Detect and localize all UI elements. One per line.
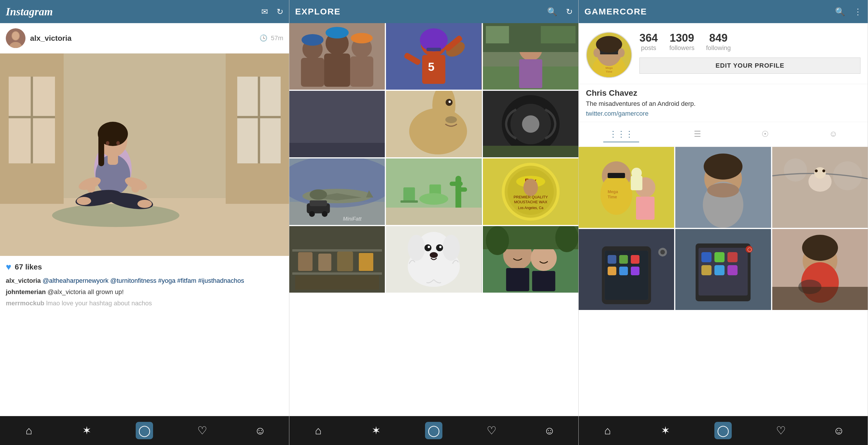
avatar-image xyxy=(6,28,26,48)
explore-nav-icon-2[interactable]: ✶ xyxy=(368,422,385,439)
post-image[interactable] xyxy=(0,54,289,256)
svg-point-173 xyxy=(784,158,807,182)
explore-cell-1[interactable] xyxy=(289,23,385,90)
svg-rect-55 xyxy=(486,26,509,43)
post-header: alx_victoria 🕓 57m xyxy=(0,23,289,54)
tab-grid[interactable]: ⋮⋮⋮ xyxy=(603,126,639,142)
profile-cell-4[interactable] xyxy=(579,229,674,310)
svg-point-165 xyxy=(631,168,642,178)
camera-nav-icon-2[interactable]: ◯ xyxy=(425,422,442,439)
tab-tagged[interactable]: ☺ xyxy=(824,126,843,142)
svg-rect-183 xyxy=(619,255,628,264)
svg-rect-93 xyxy=(403,187,415,202)
panel-explore: EXPLORE 🔍 ↻ xyxy=(289,0,579,445)
profile-stats: 364 posts 1309 followers 849 following xyxy=(640,32,861,52)
svg-rect-120 xyxy=(359,253,373,271)
svg-text:Mega: Mega xyxy=(606,66,613,69)
profile-cell-5[interactable]: ◯ xyxy=(675,229,771,310)
explore-cell-4[interactable] xyxy=(289,91,385,157)
svg-point-153 xyxy=(593,48,600,57)
svg-rect-30 xyxy=(107,153,118,165)
tab-list[interactable]: ☰ xyxy=(688,126,707,142)
profile-cell-6[interactable] xyxy=(772,229,868,310)
explore-cell-2[interactable]: 5 xyxy=(386,23,482,90)
commenter-username-3[interactable]: merrmockub xyxy=(6,299,44,307)
comment-1: alx_victoria @altheaharpernewyork @turni… xyxy=(6,277,283,285)
explore-cell-9[interactable]: Rex WAX PREMIER QUALITY MOUSTACHE WAX Lo… xyxy=(483,158,578,225)
svg-rect-87 xyxy=(310,200,327,206)
camera-nav-icon-3[interactable]: ◯ xyxy=(714,422,732,439)
home-nav-icon-3[interactable]: ⌂ xyxy=(599,422,616,439)
svg-rect-118 xyxy=(318,254,331,271)
refresh-icon-explore[interactable]: ↻ xyxy=(566,7,572,17)
heart-nav-icon-3[interactable]: ♡ xyxy=(772,422,789,439)
profile-right: 364 posts 1309 followers 849 following E… xyxy=(640,32,861,78)
home-nav-icon-2[interactable]: ⌂ xyxy=(310,422,327,439)
explore-cell-10[interactable] xyxy=(289,226,385,293)
explore-nav-icon-3[interactable]: ✶ xyxy=(657,422,674,439)
svg-rect-194 xyxy=(714,252,724,262)
explore-grid: 5 xyxy=(289,23,578,416)
camera-nav-icon[interactable]: ◯ xyxy=(136,422,153,439)
profile-nav-icon-3[interactable]: ☺ xyxy=(830,422,847,439)
post-timestamp: 🕓 57m xyxy=(259,34,283,42)
svg-point-22 xyxy=(137,200,152,208)
posts-count: 364 xyxy=(640,32,658,44)
svg-text:MOUSTACHE WAX: MOUSTACHE WAX xyxy=(514,200,547,204)
explore-cell-7[interactable]: MiniFatt xyxy=(289,158,385,225)
post-username[interactable]: alx_victoria xyxy=(30,34,259,43)
heart-nav-icon-2[interactable]: ♡ xyxy=(483,422,500,439)
home-nav-icon[interactable]: ⌂ xyxy=(20,422,38,439)
panel-gamercore: GAMERCORE 🔍 ⋮ xyxy=(579,0,868,445)
explore-cell-3[interactable] xyxy=(483,23,578,90)
svg-point-130 xyxy=(439,246,441,248)
search-icon[interactable]: 🔍 xyxy=(547,7,557,17)
profile-cell-3[interactable] xyxy=(772,147,868,228)
search-icon-gamercore[interactable]: 🔍 xyxy=(835,7,845,17)
commenter-username-1[interactable]: alx_victoria xyxy=(6,277,41,284)
svg-rect-45 xyxy=(427,48,441,51)
heart-icon[interactable]: ♥ xyxy=(6,262,11,273)
svg-point-72 xyxy=(448,101,451,103)
inbox-icon[interactable]: ✉ xyxy=(261,7,268,17)
explore-cell-11[interactable] xyxy=(386,226,482,293)
stat-followers: 1309 followers xyxy=(669,32,694,52)
followers-count: 1309 xyxy=(669,32,694,44)
profile-cell-2[interactable] xyxy=(675,147,771,228)
likes-row: ♥ 67 likes xyxy=(6,262,283,273)
tab-location[interactable]: ☉ xyxy=(756,126,775,142)
commenter-username-2[interactable]: johntemerian xyxy=(6,288,46,295)
profile-nav-icon-2[interactable]: ☺ xyxy=(541,422,558,439)
profile-nav-icon[interactable]: ☺ xyxy=(251,422,269,439)
profile-link[interactable]: twitter.com/gamercore xyxy=(586,110,861,117)
avatar[interactable] xyxy=(6,28,26,48)
profile-cell-1[interactable]: Mega Time xyxy=(579,147,674,228)
svg-rect-56 xyxy=(541,26,576,43)
svg-point-14 xyxy=(52,204,179,227)
explore-nav-icon[interactable]: ✶ xyxy=(78,422,95,439)
comment-2: johntemerian @alx_victoria all grown up! xyxy=(6,288,283,297)
svg-point-154 xyxy=(618,48,625,57)
svg-text:Mega: Mega xyxy=(608,189,618,194)
stat-posts: 364 posts xyxy=(640,32,658,52)
heart-nav-icon[interactable]: ♡ xyxy=(193,422,211,439)
svg-rect-193 xyxy=(701,252,711,262)
app-title: Instagram xyxy=(6,5,261,18)
svg-point-169 xyxy=(704,154,742,180)
explore-cell-6[interactable] xyxy=(483,91,578,157)
header-icons: ✉ ↻ xyxy=(261,7,283,17)
svg-point-125 xyxy=(408,235,425,261)
profile-avatar[interactable]: Mega Time xyxy=(586,32,632,78)
more-icon-gamercore[interactable]: ⋮ xyxy=(854,7,862,17)
explore-cell-8[interactable] xyxy=(386,158,482,225)
svg-point-77 xyxy=(522,115,539,133)
explore-cell-5[interactable] xyxy=(386,91,482,157)
bottom-nav-3: ⌂ ✶ ◯ ♡ ☺ xyxy=(579,416,868,445)
edit-profile-button[interactable]: EDIT YOUR PROFILE xyxy=(640,58,861,74)
explore-cell-12[interactable] xyxy=(483,226,578,293)
svg-rect-25 xyxy=(98,132,104,166)
refresh-icon[interactable]: ↻ xyxy=(277,7,283,17)
svg-point-142 xyxy=(486,226,509,255)
svg-rect-206 xyxy=(772,287,868,310)
svg-rect-37 xyxy=(350,56,373,87)
